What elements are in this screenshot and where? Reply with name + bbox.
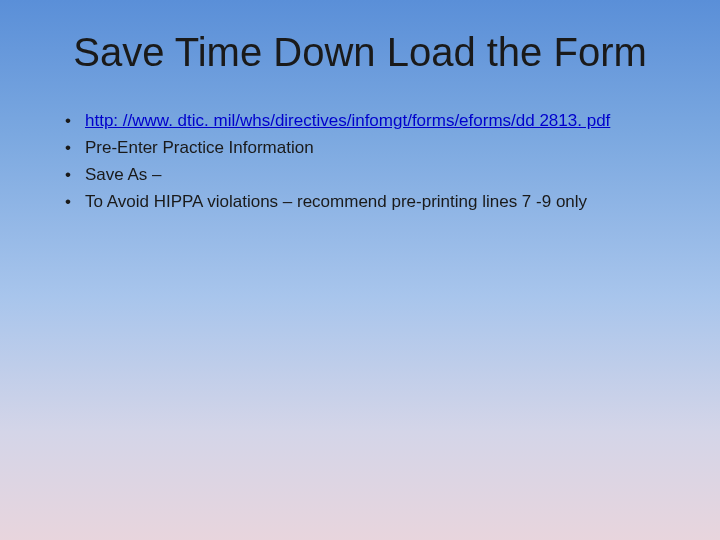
- list-item: Save As –: [65, 164, 670, 187]
- list-item: http: //www. dtic. mil/whs/directives/in…: [65, 110, 670, 133]
- bullet-text: To Avoid HIPPA violations – recommend pr…: [85, 192, 587, 211]
- bullet-text: Save As –: [85, 165, 162, 184]
- slide-container: Save Time Down Load the Form http: //www…: [0, 0, 720, 540]
- bullet-text: Pre-Enter Practice Information: [85, 138, 314, 157]
- hyperlink[interactable]: http: //www. dtic. mil/whs/directives/in…: [85, 111, 610, 130]
- list-item: Pre-Enter Practice Information: [65, 137, 670, 160]
- bullet-list: http: //www. dtic. mil/whs/directives/in…: [50, 110, 670, 214]
- slide-title: Save Time Down Load the Form: [50, 30, 670, 75]
- list-item: To Avoid HIPPA violations – recommend pr…: [65, 191, 670, 214]
